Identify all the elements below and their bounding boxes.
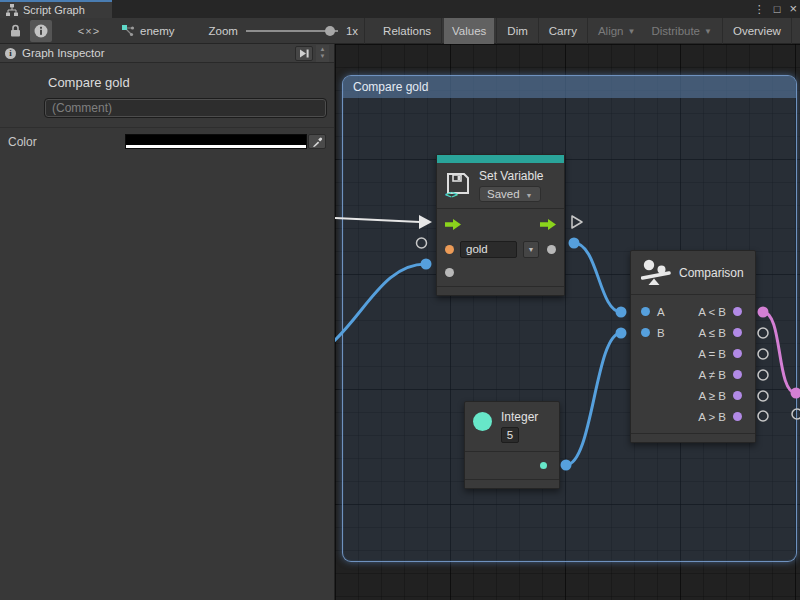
chevron-down-icon: ▼ (526, 192, 533, 199)
lock-button[interactable] (4, 20, 26, 42)
graph-canvas[interactable]: Compare gold <> Set Variable Saved ▼ (335, 44, 800, 600)
node-footer (437, 286, 564, 295)
chevron-down-icon: ▼ (704, 27, 712, 36)
graph-breadcrumb[interactable]: enemy (122, 25, 175, 37)
svg-text:<>: <> (445, 188, 459, 199)
output-port-a-gt-b[interactable] (733, 412, 742, 421)
overview-button[interactable]: Overview (725, 18, 789, 44)
output-port-a-gte-b[interactable] (733, 391, 742, 400)
inspector-header: i Graph Inspector ▲ ▼ (0, 44, 334, 63)
dock-panel-icon (299, 49, 309, 58)
variable-name-field[interactable]: gold (460, 241, 517, 258)
flow-in-port[interactable] (445, 219, 461, 230)
input-port-a[interactable] (641, 307, 650, 316)
graph-toolbar: <×> enemy Zoom 1x Relations Values Dim C… (0, 18, 800, 44)
window-menu-icon[interactable]: ⋮ (754, 0, 765, 18)
output-label: A ≥ B (699, 390, 726, 402)
save-variable-icon: <> (445, 172, 471, 199)
output-label: A = B (698, 348, 726, 360)
values-button[interactable]: Values (444, 18, 494, 44)
output-port-a-eq-b[interactable] (733, 349, 742, 358)
panel-scroll-arrows[interactable]: ▲ ▼ (316, 45, 329, 62)
group-title-field[interactable]: Compare gold (48, 75, 334, 90)
variable-picker-dropdown[interactable]: ▼ (523, 241, 539, 258)
window-close-icon[interactable]: × (789, 0, 797, 18)
variables-toggle-button[interactable]: <×> (78, 20, 100, 42)
scroll-up-icon: ▲ (320, 46, 326, 53)
full-screen-button[interactable]: Full Screen (794, 18, 800, 44)
eyedropper-button[interactable] (308, 134, 326, 149)
value-out-port[interactable] (547, 245, 556, 254)
dim-button[interactable]: Dim (499, 18, 535, 44)
group-title: Compare gold (353, 80, 428, 94)
input-label: B (657, 327, 665, 339)
comment-input[interactable] (45, 99, 326, 117)
zoom-label: Zoom (209, 25, 238, 37)
info-icon: i (5, 48, 16, 59)
flow-out-port[interactable] (540, 219, 556, 230)
relations-button[interactable]: Relations (375, 18, 439, 44)
info-icon (34, 24, 48, 38)
graph-node-icon (122, 25, 135, 37)
output-label: A ≠ B (699, 369, 726, 381)
inspector-toggle-button[interactable] (30, 20, 52, 42)
inspector-header-label: Graph Inspector (22, 47, 104, 59)
node-footer (631, 433, 755, 442)
node-title: Set Variable (479, 169, 543, 183)
distribute-dropdown[interactable]: Distribute ▼ (643, 18, 720, 44)
input-port-b[interactable] (641, 328, 650, 337)
value-in-port[interactable] (445, 268, 454, 277)
chevron-down-icon: ▼ (528, 246, 535, 253)
tab-title: Script Graph (23, 4, 85, 16)
toolbar-separator (364, 18, 365, 44)
scroll-down-icon: ▼ (320, 53, 326, 60)
alpha-strip (126, 145, 306, 148)
output-label: A > B (698, 411, 726, 423)
integer-type-icon (473, 412, 492, 431)
window-titlebar: Script Graph ⋮ □ × (0, 0, 800, 18)
node-comparison[interactable]: Comparison A A < B B A ≤ B (630, 250, 756, 443)
node-integer[interactable]: Integer 5 (464, 401, 560, 489)
group-header[interactable]: Compare gold (343, 76, 796, 98)
lock-icon (10, 24, 21, 37)
output-label: A < B (698, 306, 726, 318)
output-port-a-lte-b[interactable] (733, 328, 742, 337)
chevron-down-icon: ▼ (628, 27, 636, 36)
color-label: Color (8, 135, 125, 149)
zoom-value: 1x (346, 25, 358, 37)
variable-scope-dropdown[interactable]: Saved ▼ (479, 186, 541, 202)
graph-ref-label: enemy (140, 25, 175, 37)
output-port-a-lt-b[interactable] (733, 307, 742, 316)
output-port-a-neq-b[interactable] (733, 370, 742, 379)
integer-value-field[interactable]: 5 (501, 427, 519, 443)
dock-panel-button[interactable] (295, 46, 313, 61)
node-title: Integer (501, 410, 538, 424)
graph-inspector-panel: i Graph Inspector ▲ ▼ Compare gold Color (0, 44, 335, 600)
node-accent-strip (437, 155, 564, 163)
carry-button[interactable]: Carry (541, 18, 585, 44)
node-set-variable[interactable]: <> Set Variable Saved ▼ (436, 154, 565, 296)
script-graph-icon (6, 4, 18, 16)
variable-name-port[interactable] (445, 245, 454, 254)
color-swatch[interactable] (125, 134, 307, 149)
comparison-scale-icon (641, 259, 671, 286)
zoom-slider[interactable] (246, 30, 338, 32)
output-label: A ≤ B (699, 327, 726, 339)
eyedropper-icon (312, 136, 323, 147)
align-dropdown[interactable]: Align ▼ (590, 18, 644, 44)
code-icon: <×> (78, 25, 100, 37)
node-title: Comparison (679, 266, 744, 280)
color-row: Color (0, 128, 334, 149)
input-label: A (657, 306, 665, 318)
zoom-slider-knob[interactable] (325, 26, 335, 36)
tab-script-graph[interactable]: Script Graph (0, 0, 112, 18)
integer-out-port[interactable] (540, 462, 547, 469)
window-maximize-icon[interactable]: □ (774, 0, 781, 18)
node-footer (465, 479, 559, 488)
